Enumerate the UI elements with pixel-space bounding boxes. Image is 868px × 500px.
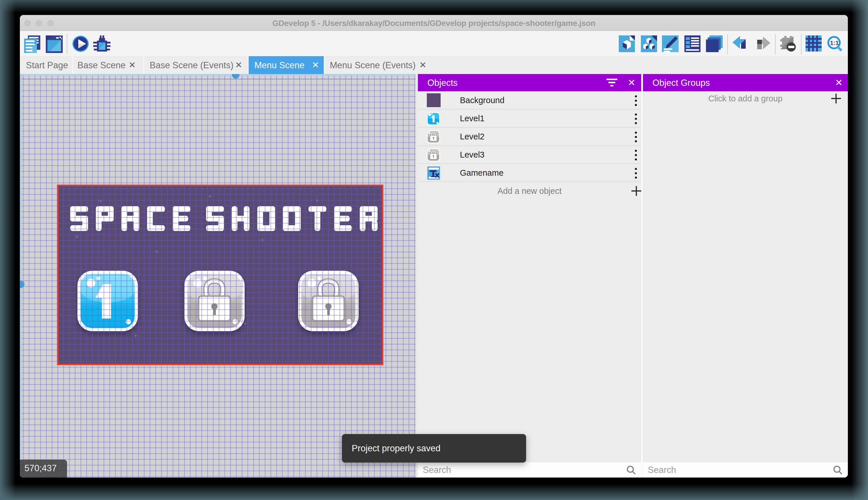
svg-text:1:1: 1:1 [830, 39, 839, 46]
